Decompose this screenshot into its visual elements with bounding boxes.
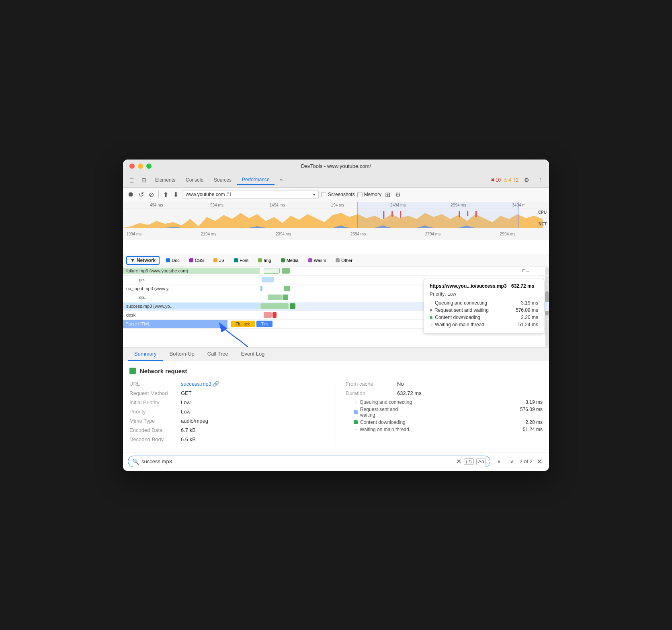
network-header: ▼ Network Doc CSS JS Font Img <box>123 254 549 267</box>
profile-selector[interactable]: www.youtube.com #1 ▾ <box>182 190 319 199</box>
tab-event-log[interactable]: Event Log <box>235 348 271 361</box>
more-menu-icon[interactable]: ⋮ <box>535 174 546 186</box>
record-icon[interactable]: ⏺ <box>126 190 135 199</box>
settings-icon[interactable]: ⚙ <box>521 174 532 186</box>
filter-other-label: Other <box>341 258 352 263</box>
timeline-area[interactable]: 494 ms 994 ms 1494 ms 194 ms 2494 ms 299… <box>123 202 549 254</box>
right-content: Content downloading 2.20 ms <box>346 419 543 425</box>
memory-toggle[interactable]: Memory <box>357 192 381 197</box>
summary-decoded-key: Decoded Body <box>129 436 178 442</box>
tab-performance[interactable]: Performance <box>237 175 275 185</box>
network-rows[interactable]: failure.mp3 (www.youtube.com) m... ge... <box>123 267 549 347</box>
tab-console[interactable]: Console <box>181 176 208 184</box>
summary-priority: Priority Low <box>129 409 326 415</box>
tick-3: 1494 ms <box>247 203 307 207</box>
tab-sources[interactable]: Sources <box>209 176 236 184</box>
right-queuing: ├ Queuing and connecting 3.19 ms <box>346 399 543 405</box>
warn-icon: ⚠ <box>503 177 508 183</box>
tooltip-waiting: ├ Waiting on main thread 51.24 ms <box>430 322 538 327</box>
right-waiting: ├ Waiting on main thread 51.24 ms <box>346 427 543 432</box>
profile-dropdown-icon[interactable]: ▾ <box>313 192 315 197</box>
upload-icon[interactable]: ⬆ <box>162 190 170 200</box>
warn-badge: ⚠ 4 <box>503 177 511 183</box>
info-badge: ! 1 <box>514 177 518 183</box>
tooltip-content-val: 2.20 ms <box>521 315 538 320</box>
tooltip-queuing-val: 3.19 ms <box>521 300 538 306</box>
timeline-selection[interactable] <box>357 202 519 228</box>
fire-ack-bar: Fir...ack <box>231 321 255 327</box>
close-search-button[interactable]: ✕ <box>535 456 544 468</box>
toolbar-settings-icon[interactable]: ⚙ <box>394 190 402 200</box>
minimize-button[interactable] <box>138 164 143 169</box>
screenshots-toggle[interactable]: Screenshots <box>321 192 355 197</box>
tooltip-waiting-val: 51.24 ms <box>518 322 538 327</box>
reload-icon[interactable]: ↺ <box>137 190 145 200</box>
network-tooltip: https://www.you...io/success.mp3 632.72 … <box>424 279 544 333</box>
search-prev-button[interactable]: ∧ <box>494 456 504 467</box>
summary-url-link[interactable]: success.mp3 🔗 <box>181 381 219 387</box>
cursor-icon[interactable]: ⬚ <box>126 174 137 186</box>
filter-doc-label: Doc <box>172 258 180 263</box>
devtools-window: DevTools - www.youtube.com/ ⬚ ⊡ Elements… <box>123 160 549 471</box>
filter-css-label: CSS <box>195 258 204 263</box>
search-next-button[interactable]: ∨ <box>506 456 517 467</box>
tooltip-content-label: ■ Content downloading <box>430 315 480 320</box>
filter-css[interactable]: CSS <box>186 257 207 264</box>
right-content-val: 2.20 ms <box>525 419 543 425</box>
clear-icon[interactable]: ⊘ <box>148 190 155 200</box>
tab-more[interactable]: » <box>275 176 288 184</box>
filter-media[interactable]: Media <box>278 257 302 264</box>
right-waiting-icon: ├ <box>354 427 356 432</box>
filter-js[interactable]: JS <box>210 257 227 264</box>
timeline-detail[interactable]: 1994 ms 2194 ms 2394 ms 2594 ms 2794 ms … <box>123 228 549 240</box>
filter-doc[interactable]: Doc <box>163 257 183 264</box>
network-row-ge-label: ge... <box>123 276 260 283</box>
summary-method-key: Request Method <box>129 390 178 396</box>
search-navigation: ∧ ∨ 2 of 2 ✕ <box>494 456 544 468</box>
clear-search-icon[interactable]: ✕ <box>456 458 461 465</box>
summary-priority-key: Priority <box>129 409 178 415</box>
tab-elements[interactable]: Elements <box>150 176 180 184</box>
close-button[interactable] <box>129 164 135 169</box>
tooltip-queuing-label: ├ Queuing and connecting <box>430 300 487 306</box>
tab-call-tree[interactable]: Call Tree <box>201 348 235 361</box>
device-toggle-icon[interactable]: ⊡ <box>138 174 150 186</box>
regex-search-icon[interactable]: (.*) <box>464 458 474 465</box>
error-count: 10 <box>496 177 501 183</box>
download-icon[interactable]: ⬇ <box>172 190 180 200</box>
network-row-failure[interactable]: failure.mp3 (www.youtube.com) m... <box>123 267 549 276</box>
filter-img[interactable]: Img <box>255 257 274 264</box>
search-input[interactable] <box>141 458 454 464</box>
summary-mime-key: Mime Type <box>129 418 178 424</box>
case-sensitive-icon[interactable]: Aa <box>476 458 486 465</box>
window-title: DevTools - www.youtube.com/ <box>301 163 371 169</box>
memory-checkbox[interactable] <box>357 192 363 197</box>
summary-encoded-val: 6.7 kB <box>181 427 196 433</box>
tick-1: 494 ms <box>123 203 186 207</box>
tab-summary[interactable]: Summary <box>128 348 163 361</box>
search-input-wrapper[interactable]: 🔍 ✕ (.*) Aa <box>128 456 490 467</box>
summary-cache: From cache No <box>346 381 543 387</box>
capture-icon[interactable]: ⊞ <box>384 190 391 200</box>
search-icon: 🔍 <box>132 458 139 465</box>
network-label[interactable]: ▼ Network <box>126 256 160 265</box>
summary-method-val: GET <box>181 390 192 396</box>
right-content-label: Content downloading <box>354 419 406 425</box>
queuing-icon: ├ <box>430 301 432 305</box>
maximize-button[interactable] <box>146 164 152 169</box>
summary-decoded-val: 6.6 kB <box>181 436 196 442</box>
tooltip-queuing: ├ Queuing and connecting 3.19 ms <box>430 300 538 306</box>
tick-2: 994 ms <box>186 203 247 207</box>
tab-bottom-up[interactable]: Bottom-Up <box>163 348 201 361</box>
screenshots-checkbox[interactable] <box>321 192 326 197</box>
search-bar: 🔍 ✕ (.*) Aa ∧ ∨ 2 of 2 ✕ <box>123 452 549 471</box>
summary-initial-priority-key: Initial Priority <box>129 399 178 405</box>
profile-url: www.youtube.com #1 <box>186 192 311 197</box>
filter-other[interactable]: Other <box>332 257 356 264</box>
summary-duration: Duration 632.72 ms <box>346 390 543 396</box>
memory-label: Memory <box>364 192 381 197</box>
summary-encoded-key: Encoded Data <box>129 427 178 433</box>
bottom-tab-bar: Summary Bottom-Up Call Tree Event Log <box>123 348 549 361</box>
filter-font[interactable]: Font <box>231 257 252 264</box>
filter-wasm[interactable]: Wasm <box>305 257 330 264</box>
